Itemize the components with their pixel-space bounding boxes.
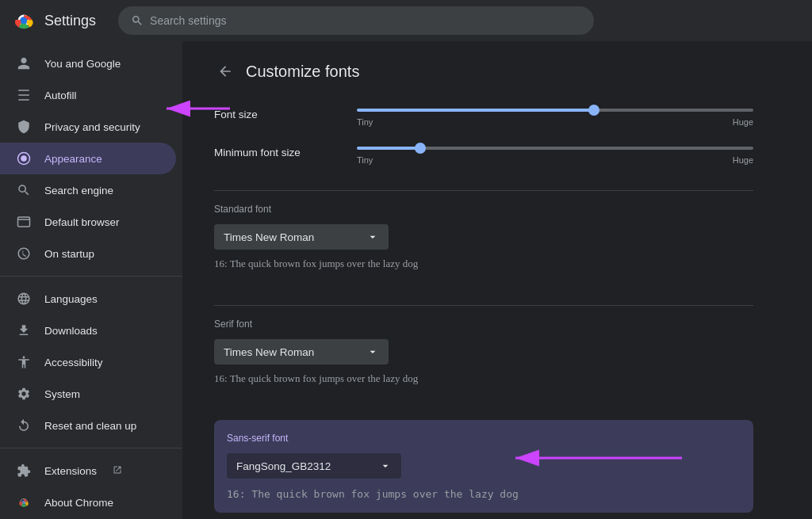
sidebar-item-you-and-google[interactable]: You and Google: [0, 48, 176, 79]
sidebar: You and Google Autofill Privacy and secu…: [0, 41, 182, 519]
sidebar-item-autofill[interactable]: Autofill: [0, 79, 176, 111]
search-input[interactable]: [150, 14, 581, 27]
browser-icon: [16, 214, 32, 230]
min-font-size-label: Minimum font size: [214, 147, 341, 158]
sidebar-item-system[interactable]: System: [0, 378, 176, 410]
sidebar-item-languages[interactable]: Languages: [0, 283, 176, 315]
standard-font-label: Standard font: [214, 204, 753, 215]
font-size-slider-labels: Tiny Huge: [357, 117, 753, 127]
sidebar-item-default-browser[interactable]: Default browser: [0, 206, 176, 238]
serif-dropdown-chevron-icon: [366, 345, 379, 358]
min-font-size-huge-label: Huge: [733, 155, 753, 165]
sidebar-divider-1: [0, 276, 182, 277]
person-icon: [16, 55, 32, 71]
sans-serif-font-section: Sans-serif font FangSong_GB2312 16: The …: [214, 420, 753, 513]
svg-point-2: [21, 17, 27, 24]
sidebar-item-privacy[interactable]: Privacy and security: [0, 111, 176, 143]
font-size-tiny-label: Tiny: [357, 117, 373, 127]
min-font-size-row: Minimum font size Tiny Huge: [214, 139, 753, 165]
page-title: Customize fonts: [246, 63, 359, 81]
sidebar-label-privacy: Privacy and security: [44, 121, 140, 133]
sans-serif-dropdown-chevron-icon: [379, 460, 392, 472]
sidebar-divider-2: [0, 448, 182, 448]
external-link-icon: [113, 465, 122, 477]
sidebar-item-downloads[interactable]: Downloads: [0, 315, 176, 346]
sidebar-label-autofill: Autofill: [44, 90, 77, 101]
sidebar-label-startup: On startup: [44, 248, 94, 260]
standard-font-preview: 16: The quick brown fox jumps over the l…: [214, 258, 753, 270]
languages-icon: [16, 291, 32, 307]
font-size-slider[interactable]: [357, 109, 753, 112]
main-layout: You and Google Autofill Privacy and secu…: [0, 41, 812, 519]
extensions-icon: [16, 463, 32, 479]
reset-icon: [16, 418, 32, 433]
back-nav: Customize fonts: [214, 60, 753, 82]
appearance-icon: [16, 151, 32, 166]
about-icon: [16, 494, 32, 510]
standard-font-section: Standard font Times New Roman 16: The qu…: [214, 190, 753, 283]
sidebar-label-extensions: Extensions: [44, 465, 97, 477]
sidebar-label-appearance: Appearance: [44, 153, 102, 165]
sidebar-label-downloads: Downloads: [44, 325, 98, 337]
min-font-size-tiny-label: Tiny: [357, 155, 373, 165]
sidebar-item-on-startup[interactable]: On startup: [0, 238, 176, 269]
app-title: Settings: [44, 13, 96, 29]
sidebar-label-accessibility: Accessibility: [44, 357, 103, 368]
svg-point-4: [21, 155, 27, 162]
min-font-size-slider[interactable]: [357, 147, 753, 150]
sans-serif-font-value: FangSong_GB2312: [236, 460, 331, 472]
search-icon: [131, 14, 144, 27]
startup-icon: [16, 246, 32, 261]
standard-font-value: Times New Roman: [224, 231, 314, 243]
sidebar-label-system: System: [44, 388, 80, 400]
shield-icon: [16, 119, 32, 135]
download-icon: [16, 322, 32, 338]
min-font-size-slider-labels: Tiny Huge: [357, 155, 753, 165]
serif-font-value: Times New Roman: [224, 346, 314, 358]
sidebar-item-appearance[interactable]: Appearance: [0, 143, 176, 174]
sans-serif-font-preview: 16: The quick brown fox jumps over the l…: [227, 488, 741, 500]
serif-font-preview: 16: The quick brown fox jumps over the l…: [214, 372, 753, 385]
sidebar-label-about: About Chrome: [44, 497, 113, 509]
sidebar-item-about-chrome[interactable]: About Chrome: [0, 487, 176, 518]
font-size-row: Font size Tiny Huge: [214, 101, 753, 127]
sans-serif-font-dropdown[interactable]: FangSong_GB2312: [227, 453, 401, 479]
system-icon: [16, 386, 32, 402]
svg-rect-5: [18, 217, 30, 227]
dropdown-chevron-icon: [366, 231, 379, 243]
accessibility-icon: [16, 354, 32, 370]
standard-font-dropdown[interactable]: Times New Roman: [214, 224, 389, 250]
sidebar-label-languages: Languages: [44, 293, 98, 305]
sidebar-item-search-engine[interactable]: Search engine: [0, 174, 176, 206]
autofill-icon: [16, 87, 32, 103]
sidebar-item-accessibility[interactable]: Accessibility: [0, 346, 176, 378]
sidebar-label-search: Search engine: [44, 185, 113, 197]
header: Settings: [0, 0, 812, 41]
back-button[interactable]: [214, 60, 236, 82]
search-engine-icon: [16, 182, 32, 198]
sidebar-label-you-and-google: You and Google: [44, 58, 121, 70]
content-area: Customize fonts Font size Tiny Huge: [182, 41, 812, 519]
sans-serif-font-label: Sans-serif font: [227, 433, 741, 444]
min-font-size-slider-container: Tiny Huge: [357, 139, 753, 165]
sidebar-label-browser: Default browser: [44, 216, 120, 228]
search-bar[interactable]: [118, 6, 594, 35]
content-wrapper: Customize fonts Font size Tiny Huge: [182, 41, 812, 519]
serif-font-section: Serif font Times New Roman 16: The quick…: [214, 305, 753, 398]
sidebar-item-reset[interactable]: Reset and clean up: [0, 410, 176, 441]
font-size-label: Font size: [214, 109, 341, 120]
serif-font-dropdown[interactable]: Times New Roman: [214, 339, 389, 364]
sidebar-item-extensions[interactable]: Extensions: [0, 455, 176, 487]
font-size-huge-label: Huge: [733, 117, 753, 127]
font-size-slider-container: Tiny Huge: [357, 101, 753, 127]
font-size-section: Font size Tiny Huge Minimum font size: [214, 101, 753, 165]
chrome-logo: [13, 10, 35, 32]
content-inner: Customize fonts Font size Tiny Huge: [182, 41, 785, 519]
serif-font-label: Serif font: [214, 319, 753, 330]
sidebar-label-reset: Reset and clean up: [44, 420, 136, 432]
